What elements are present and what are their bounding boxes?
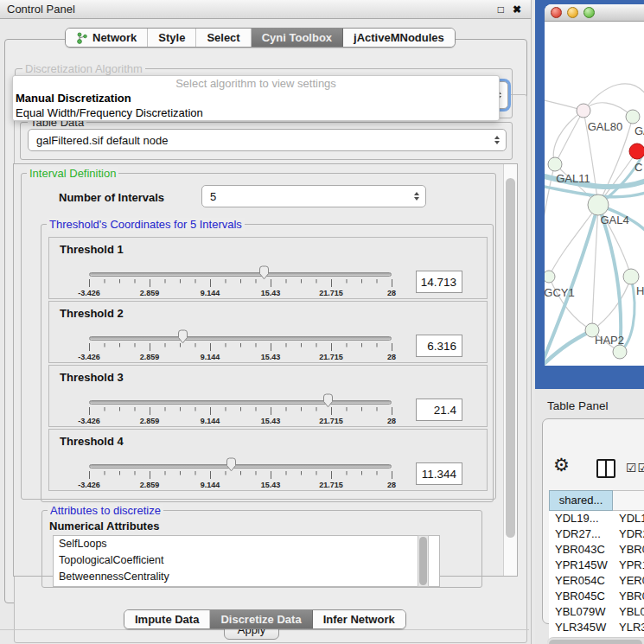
network-edge[interactable] <box>549 277 592 330</box>
slider-tick-label: 2.859 <box>124 289 175 297</box>
network-edge[interactable] <box>592 277 631 330</box>
tab-discretize-data[interactable]: Discretize Data <box>210 610 312 628</box>
scrollbar-thumb[interactable] <box>549 640 642 644</box>
attribute-list-item[interactable]: TopologicalCoefficient <box>54 552 439 569</box>
number-of-intervals-combobox[interactable]: 5 <box>201 185 426 207</box>
table-row[interactable]: YLR345WYLR3 <box>549 620 644 635</box>
slider-tick-label: 15.43 <box>245 417 296 425</box>
columns-icon[interactable] <box>596 459 615 478</box>
network-node-label: H <box>636 284 644 297</box>
slider-tick-label: 28 <box>366 353 418 361</box>
tab-select[interactable]: Select <box>196 29 251 47</box>
scrollbar-thumb[interactable] <box>506 178 515 538</box>
network-node-gal80[interactable] <box>577 104 590 118</box>
scrollbar-thumb[interactable] <box>419 537 427 585</box>
threshold-value-field[interactable] <box>416 462 462 485</box>
threshold-slider[interactable]: -3.4262.8599.14415.4321.71528 <box>84 331 397 362</box>
network-node-ga[interactable] <box>626 110 640 124</box>
network-window-titlebar[interactable] <box>545 4 644 22</box>
slider-ticks <box>89 471 393 480</box>
table-data-groupbox: Table Data galFiltered.sif default node <box>20 122 513 160</box>
dropdown-prompt-option[interactable]: Select algorithm to view settings <box>13 76 499 91</box>
close-window-icon[interactable] <box>551 7 562 18</box>
threshold-panel: Threshold 4-3.4262.8599.14415.4321.71528 <box>48 429 488 491</box>
threshold-slider[interactable]: -3.4262.8599.14415.4321.71528 <box>84 395 397 426</box>
slider-track[interactable] <box>89 400 392 405</box>
attributes-listbox[interactable]: SelfLoopsTopologicalCoefficientBetweenne… <box>53 535 440 587</box>
attribute-list-item[interactable]: SelfLoops <box>54 536 439 552</box>
slider-tick-label: 28 <box>366 481 418 489</box>
tab-label: Infer Network <box>323 613 395 626</box>
network-edge[interactable] <box>583 103 633 117</box>
table-row[interactable]: YBR045CYBR0 <box>549 589 644 604</box>
cell-shared-name: YDR27... <box>549 526 613 542</box>
tab-label: Select <box>207 31 239 44</box>
threshold-value-field[interactable] <box>416 271 462 293</box>
tab-cyni-toolbox[interactable]: Cyni Toolbox <box>252 29 343 47</box>
network-node[interactable] <box>613 345 627 359</box>
table-body: YDL19...YDL1YDR27...YDR2YBR043CYBR0YPR14… <box>549 511 644 609</box>
network-node-gcy1[interactable] <box>545 271 555 283</box>
panel-divider <box>531 0 532 644</box>
minimize-window-icon[interactable] <box>567 7 578 18</box>
table-horizontal-scrollbar[interactable] <box>547 637 644 644</box>
threshold-slider[interactable]: -3.4262.8599.14415.4321.71528 <box>84 459 397 490</box>
number-of-intervals-value: 5 <box>202 190 411 203</box>
table-data-combobox[interactable]: galFiltered.sif default node <box>28 129 507 151</box>
attributes-list-scrollbar[interactable] <box>418 535 429 587</box>
slider-thumb[interactable] <box>322 393 335 408</box>
threshold-value-field[interactable] <box>416 335 462 357</box>
cell-name: YBL0 <box>613 604 644 620</box>
table-row[interactable]: YDR27...YDR2 <box>549 526 644 542</box>
float-window-icon[interactable]: □ <box>498 3 504 16</box>
threshold-value-field[interactable] <box>416 399 462 421</box>
network-node-h[interactable] <box>623 269 639 284</box>
network-edge[interactable] <box>583 84 644 111</box>
table-row[interactable]: YPR145WYPR1 <box>549 558 644 573</box>
slider-ticks <box>89 407 393 416</box>
select-checkboxes-icon[interactable]: ☑☑ <box>626 461 644 475</box>
number-of-intervals-label: Number of Intervals <box>59 191 164 204</box>
gear-icon[interactable]: ⚙ <box>553 456 570 474</box>
slider-thumb[interactable] <box>258 265 271 280</box>
dropdown-option-manual-discretization[interactable]: Manual Discretization <box>13 91 499 105</box>
attribute-list-item[interactable]: BetweennessCentrality <box>54 569 439 585</box>
zoom-window-icon[interactable] <box>583 7 595 18</box>
network-canvas[interactable]: GAL80GACGAL11GAL4GCY1HHAP2 <box>545 22 644 366</box>
table-row[interactable]: YBL079WYBL0 <box>549 604 644 620</box>
slider-tick-label: 28 <box>366 417 418 425</box>
slider-track[interactable] <box>89 272 392 277</box>
dropdown-option-equal-width-frequency[interactable]: Equal Width/Frequency Discretization <box>13 105 499 120</box>
slider-tick-label: 9.144 <box>184 417 236 425</box>
tab-impute-data[interactable]: Impute Data <box>124 610 210 628</box>
slider-track[interactable] <box>89 464 392 469</box>
cell-name: YDL1 <box>613 511 644 526</box>
slider-ticks <box>89 279 393 288</box>
slider-thumb[interactable] <box>176 329 189 344</box>
column-header-shared-name[interactable]: shared... <box>549 490 613 511</box>
network-edge[interactable] <box>555 111 583 164</box>
cell-shared-name: YLR345W <box>549 620 613 635</box>
slider-tick-label: 21.715 <box>305 481 357 489</box>
slider-tick-label: 2.859 <box>124 417 175 425</box>
tab-jactivemnodules[interactable]: jActiveMNodules <box>343 29 455 47</box>
network-edge[interactable] <box>549 205 598 277</box>
table-row[interactable]: YER054CYER0 <box>549 573 644 589</box>
tab-infer-network[interactable]: Infer Network <box>313 610 405 628</box>
settings-scrollbar[interactable] <box>503 164 517 576</box>
table-row[interactable]: YDL19...YDL1 <box>549 511 644 526</box>
slider-track[interactable] <box>89 336 392 341</box>
close-panel-icon[interactable]: ✖ <box>513 3 521 16</box>
network-node-c[interactable] <box>629 143 644 159</box>
threshold-slider[interactable]: -3.4262.8599.14415.4321.71528 <box>84 267 397 298</box>
threshold-label: Threshold 1 <box>60 243 124 256</box>
slider-thumb[interactable] <box>225 457 238 472</box>
column-header-name[interactable]: n <box>613 490 644 511</box>
network-node-gal4[interactable] <box>588 194 609 215</box>
cell-shared-name: YBR045C <box>549 589 613 604</box>
tab-network[interactable]: Network <box>66 29 148 47</box>
cyni-mode-tabs: Impute Data Discretize Data Infer Networ… <box>124 609 406 629</box>
network-node-gal11[interactable] <box>548 157 562 171</box>
tab-style[interactable]: Style <box>148 29 196 47</box>
table-row[interactable]: YBR043CYBR0 <box>549 542 644 558</box>
